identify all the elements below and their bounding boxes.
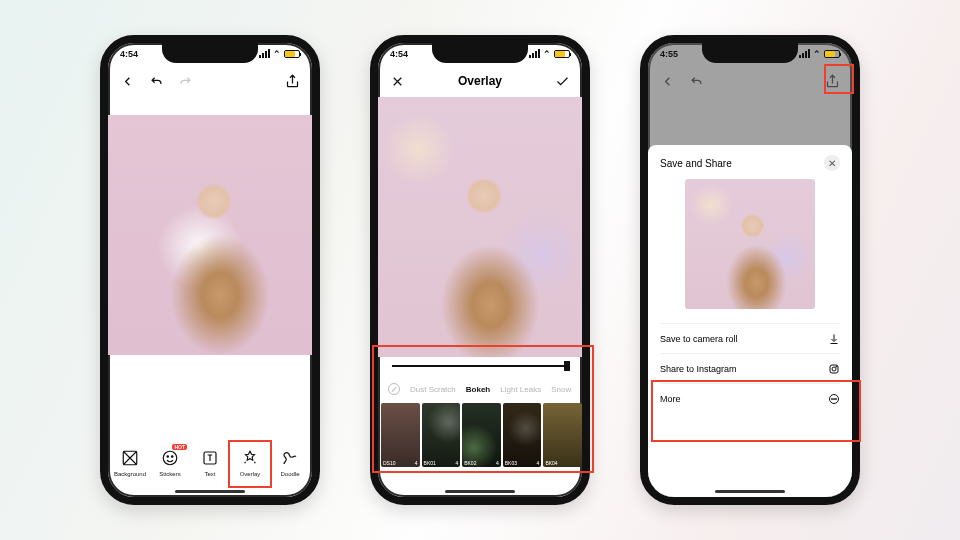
phone-editor: 4:54 ⌃ Background HOT (100, 35, 320, 505)
svg-point-2 (167, 456, 169, 458)
home-indicator (175, 490, 245, 493)
share-preview-image (685, 179, 815, 309)
canvas-image[interactable] (108, 115, 312, 355)
more-icon (828, 393, 840, 405)
overlay-thumb[interactable]: BK024 (462, 403, 501, 467)
overlay-cat-snow[interactable]: Snow (551, 385, 571, 394)
close-icon[interactable] (390, 74, 405, 89)
wifi-icon: ⌃ (273, 49, 281, 59)
status-time: 4:54 (390, 49, 408, 59)
back-icon[interactable] (120, 74, 135, 89)
redo-icon[interactable] (178, 74, 193, 89)
phone-notch (702, 43, 798, 63)
action-label: Save to camera roll (660, 334, 738, 344)
wifi-icon: ⌃ (543, 49, 551, 59)
share-icon[interactable] (285, 74, 300, 89)
svg-point-6 (832, 367, 836, 371)
overlay-cat-bokeh[interactable]: Bokeh (466, 385, 490, 394)
overlay-thumb[interactable]: DS104 (381, 403, 420, 467)
instagram-icon (828, 363, 840, 375)
tool-background-label: Background (114, 471, 146, 477)
svg-point-9 (832, 398, 833, 399)
close-sheet-button[interactable]: ✕ (824, 155, 840, 171)
overlay-header: Overlay (378, 67, 582, 95)
overlay-cat-dust[interactable]: Dust Scratch (410, 385, 456, 394)
action-label: Share to Instagram (660, 364, 737, 374)
phone-share: 4:55 ⌃ Save and Share ✕ Save to cam (640, 35, 860, 505)
battery-icon (824, 50, 840, 58)
phone-overlay: 4:54 ⌃ Overlay Dust Scratch Bokeh Light … (370, 35, 590, 505)
tool-background[interactable]: Background (111, 448, 149, 477)
tool-doodle-label: Doodle (280, 471, 299, 477)
status-time: 4:54 (120, 49, 138, 59)
battery-icon (554, 50, 570, 58)
editor-header (108, 67, 312, 95)
editor-header-dimmed (648, 67, 852, 95)
home-indicator (715, 490, 785, 493)
overlay-thumbnails: DS104 BK014 BK024 BK034 BK04 (378, 403, 582, 467)
signal-icon (259, 50, 270, 58)
overlay-thumb[interactable]: BK014 (422, 403, 461, 467)
hot-badge: HOT (172, 444, 187, 450)
action-save-camera-roll[interactable]: Save to camera roll (660, 323, 840, 353)
tool-doodle[interactable]: Doodle (271, 448, 309, 477)
tool-stickers[interactable]: HOT Stickers (151, 448, 189, 477)
tool-text-label: Text (204, 471, 215, 477)
undo-icon[interactable] (149, 74, 164, 89)
signal-icon (799, 50, 810, 58)
share-icon[interactable] (825, 74, 840, 89)
overlay-title: Overlay (458, 74, 502, 88)
share-sheet: Save and Share ✕ Save to camera roll Sha… (648, 145, 852, 497)
confirm-icon[interactable] (555, 74, 570, 89)
svg-point-10 (834, 398, 835, 399)
svg-point-3 (172, 456, 174, 458)
back-icon (660, 74, 675, 89)
undo-icon (689, 74, 704, 89)
overlay-categories: Dust Scratch Bokeh Light Leaks Snow (378, 383, 582, 395)
svg-point-11 (836, 398, 837, 399)
action-share-instagram[interactable]: Share to Instagram (660, 353, 840, 383)
tool-overlay[interactable]: Overlay (231, 448, 269, 477)
share-sheet-title: Save and Share (660, 158, 732, 169)
action-more[interactable]: More (660, 383, 840, 413)
overlay-none-icon[interactable] (388, 383, 400, 395)
phone-notch (432, 43, 528, 63)
tool-overlay-label: Overlay (240, 471, 261, 477)
tool-text[interactable]: Text (191, 448, 229, 477)
overlay-thumb[interactable]: BK034 (503, 403, 542, 467)
status-time: 4:55 (660, 49, 678, 59)
svg-point-7 (836, 366, 837, 367)
intensity-slider[interactable] (392, 365, 568, 367)
download-icon (828, 333, 840, 345)
overlay-thumb[interactable]: BK04 (543, 403, 582, 467)
svg-point-1 (163, 451, 177, 465)
overlay-cat-lightleaks[interactable]: Light Leaks (500, 385, 541, 394)
signal-icon (529, 50, 540, 58)
canvas-image-overlay[interactable] (378, 97, 582, 357)
tool-stickers-label: Stickers (159, 471, 180, 477)
home-indicator (445, 490, 515, 493)
wifi-icon: ⌃ (813, 49, 821, 59)
phone-notch (162, 43, 258, 63)
battery-icon (284, 50, 300, 58)
tool-bar: Background HOT Stickers Text Overlay Doo… (108, 448, 312, 477)
action-label: More (660, 394, 681, 404)
